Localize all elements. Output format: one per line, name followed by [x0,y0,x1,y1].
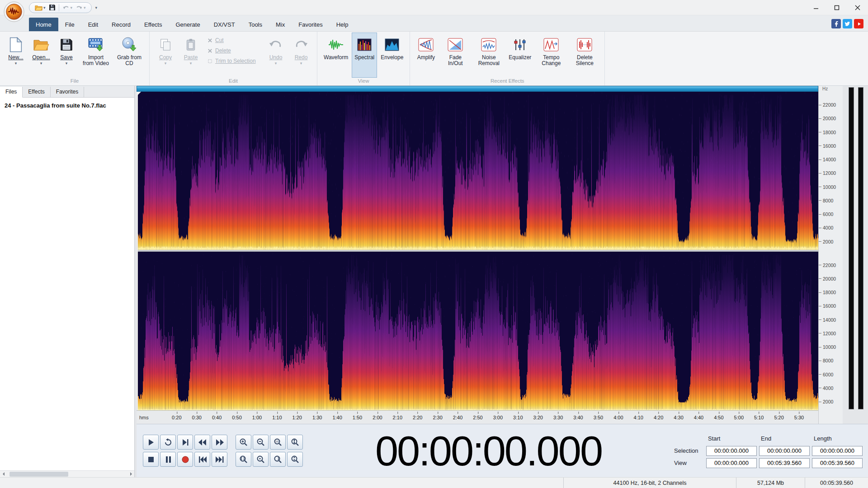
dropdown-caret-icon: ▾ [15,61,17,65]
selection-start-field[interactable]: 00:00:00.000 [706,446,757,456]
loop-button[interactable] [160,435,176,450]
minimize-button[interactable] [806,0,826,15]
redo-quick-button[interactable]: ▾ [75,5,86,10]
status-length: 00:05:39.560 [805,478,868,488]
ribbon-tab[interactable]: Home [29,18,58,31]
facebook-button[interactable] [831,19,841,28]
ribbon-group-view: Waveform Spectral Envelope View [317,32,410,85]
cut-icon [208,38,212,43]
paste-button[interactable]: Paste ▾ [179,33,203,78]
ruler-label: 1:30 [312,415,322,420]
zoom-vertical-fit-button[interactable] [287,452,303,467]
import-from-video-button[interactable]: Import from Video [80,33,112,78]
spectrogram-canvas-right[interactable] [137,252,818,410]
ribbon-tab[interactable]: Edit [81,18,105,31]
frequency-label: 16000 [819,304,843,308]
ribbon-tab[interactable]: Generate [169,18,207,31]
playback-cursor-flag [137,92,141,96]
delete-silence-button[interactable]: Delete Silence [568,33,601,78]
undo-button[interactable]: Undo ▾ [264,33,288,78]
zoom-selection-button[interactable] [236,452,251,467]
go-to-end-button[interactable] [212,452,227,467]
app-logo-icon[interactable] [4,1,24,22]
sidebar-tab[interactable]: Effects [23,87,50,97]
spectral-view-button[interactable]: Spectral [352,33,377,78]
play-button[interactable] [143,435,159,450]
ribbon-tab[interactable]: Tools [242,18,269,31]
zoom-vertical-button[interactable] [287,435,303,450]
view-length-field[interactable]: 00:05:39.560 [812,458,863,468]
zoom-100-button[interactable]: 100 [270,435,286,450]
view-end-field[interactable]: 00:05:39.560 [759,458,810,468]
open-button[interactable]: Open... ▾ [29,33,53,78]
overview-scroll-bar[interactable] [137,86,818,92]
selection-length-field[interactable]: 00:00:00.000 [812,446,863,456]
minimize-icon [813,5,819,10]
ribbon-tab[interactable]: Effects [137,18,169,31]
tempo-change-button[interactable]: Tempo Change [535,33,567,78]
dropdown-caret-icon: ▾ [66,61,68,65]
zoom-out-button[interactable] [253,435,269,450]
sidebar-tab[interactable]: Favorites [51,87,84,97]
copy-button[interactable]: Copy ▾ [153,33,178,78]
transport-bar: 100 00 [137,424,868,477]
zoom-in-button[interactable] [236,435,251,450]
zoom-full-button[interactable] [253,452,269,467]
frequency-label: 18000 [819,290,843,295]
stop-button[interactable] [143,452,159,467]
pause-button[interactable] [160,452,176,467]
maximize-button[interactable] [826,0,847,15]
delete-button[interactable]: Delete [208,47,259,54]
youtube-button[interactable] [854,19,863,28]
ribbon-tab[interactable]: File [58,18,81,31]
ribbon-tab[interactable]: Favorites [292,18,329,31]
fast-forward-button[interactable] [212,435,227,450]
ruler-label: 3:40 [573,415,583,420]
record-button[interactable] [177,452,193,467]
ruler-label: 0:40 [212,415,222,420]
save-quick-button[interactable] [49,4,56,11]
trim-to-selection-button[interactable]: Trim to Selection [208,58,259,64]
waveform-view-button[interactable]: Waveform [321,33,351,78]
ribbon-tab[interactable]: Record [105,18,137,31]
cut-button[interactable]: Cut [208,37,259,43]
save-button[interactable]: Save ▾ [54,33,79,78]
scroll-right-button[interactable] [127,471,134,478]
dropdown-caret-icon: ▾ [43,6,46,9]
noise-removal-button[interactable]: Noise Removal [472,33,505,78]
group-label-edit: Edit [153,78,313,85]
zoom-level-button[interactable] [270,452,286,467]
view-start-field[interactable]: 00:00:00.000 [706,458,757,468]
amplify-button[interactable]: Amplify [414,33,438,78]
frequency-label: 10000 [819,185,843,189]
quick-access-toolbar: ▾ ▾ ▾ [29,2,92,13]
selection-end-field[interactable]: 00:00:00.000 [759,446,810,456]
close-button[interactable] [847,0,868,15]
file-item[interactable]: 24 - Passacaglia from suite No.7.flac [0,99,134,112]
sidebar: FilesEffectsFavorites 24 - Passacaglia f… [0,86,135,477]
fade-in-out-button[interactable]: Fade In/Out [439,33,472,78]
rewind-button[interactable] [194,435,210,450]
ribbon-tab[interactable]: Mix [269,18,292,31]
envelope-view-button[interactable]: Envelope [378,33,406,78]
undo-quick-button[interactable]: ▾ [62,5,73,10]
amplify-label: Amplify [417,55,435,61]
time-ruler[interactable]: hms 0:200:300:400:501:001:101:201:301:40… [137,410,818,424]
play-to-end-button[interactable] [177,435,193,450]
redo-button[interactable]: Redo ▾ [289,33,313,78]
scroll-left-button[interactable] [0,471,7,478]
scroll-left-icon [3,472,5,476]
ribbon-tab[interactable]: DX/VST [207,18,242,31]
open-quick-button[interactable]: ▾ [35,5,46,11]
sidebar-tab[interactable]: Files [0,87,23,98]
grab-from-cd-button[interactable]: Grab from CD [113,33,146,78]
customize-toolbar-button[interactable]: ▾ [95,5,98,10]
scrollbar-track[interactable] [7,471,127,477]
ribbon-tab[interactable]: Help [330,18,355,31]
go-to-start-button[interactable] [194,452,210,467]
new-button[interactable]: New... ▾ [4,33,28,78]
equalizer-button[interactable]: Equalizer [506,33,534,78]
twitter-button[interactable] [843,19,852,28]
scrollbar-thumb[interactable] [9,472,68,477]
spectrogram-canvas-left[interactable] [137,92,818,250]
